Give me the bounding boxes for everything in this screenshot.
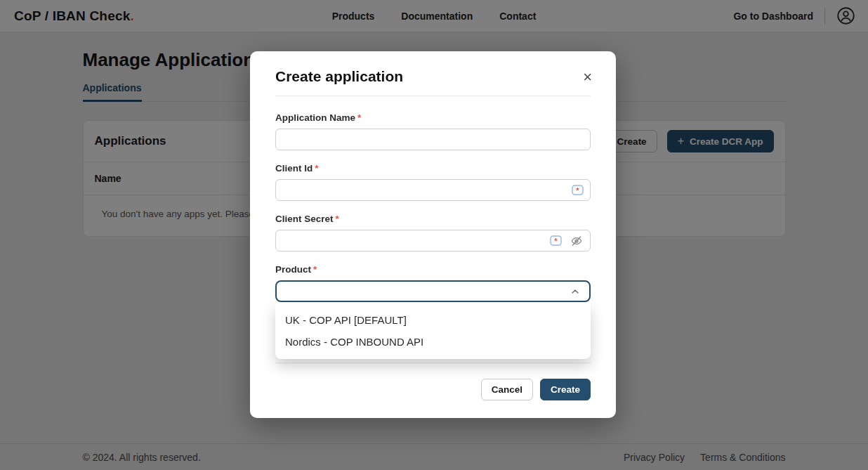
product-label: Product* bbox=[275, 264, 591, 275]
autofill-icon[interactable]: * bbox=[572, 185, 584, 196]
autofill-icon[interactable]: * bbox=[550, 235, 562, 247]
create-application-modal: Create application × Application Name* C… bbox=[250, 51, 616, 418]
dropdown-option-uk-cop-api[interactable]: UK - COP API [DEFAULT] bbox=[275, 309, 591, 331]
chevron-up-icon bbox=[570, 286, 581, 297]
close-icon[interactable]: × bbox=[580, 67, 595, 88]
toggle-secret-visibility-icon[interactable] bbox=[570, 235, 584, 247]
dropdown-option-nordics-cop-inbound-api[interactable]: Nordics - COP INBOUND API bbox=[275, 331, 591, 353]
application-name-input[interactable] bbox=[275, 129, 591, 150]
cancel-button[interactable]: Cancel bbox=[481, 379, 533, 400]
modal-footer: Cancel Create bbox=[250, 363, 616, 414]
application-name-label: Application Name* bbox=[275, 112, 591, 123]
required-asterisk: * bbox=[313, 264, 317, 275]
required-asterisk: * bbox=[357, 112, 361, 123]
modal-create-button[interactable]: Create bbox=[540, 379, 591, 400]
svg-text:*: * bbox=[554, 236, 558, 244]
client-secret-input[interactable] bbox=[275, 230, 591, 252]
required-asterisk: * bbox=[315, 163, 318, 174]
svg-text:*: * bbox=[576, 185, 579, 194]
client-secret-label: Client Secret* bbox=[275, 214, 591, 224]
client-id-label: Client Id* bbox=[275, 163, 591, 174]
modal-body: Application Name* Client Id* * Client Se… bbox=[250, 96, 616, 363]
modal-title: Create application bbox=[275, 68, 591, 85]
product-select[interactable] bbox=[275, 280, 591, 302]
client-id-input[interactable] bbox=[275, 179, 591, 201]
required-asterisk: * bbox=[336, 214, 339, 224]
modal-header: Create application × bbox=[250, 51, 616, 85]
product-dropdown: UK - COP API [DEFAULT] Nordics - COP INB… bbox=[275, 303, 591, 359]
